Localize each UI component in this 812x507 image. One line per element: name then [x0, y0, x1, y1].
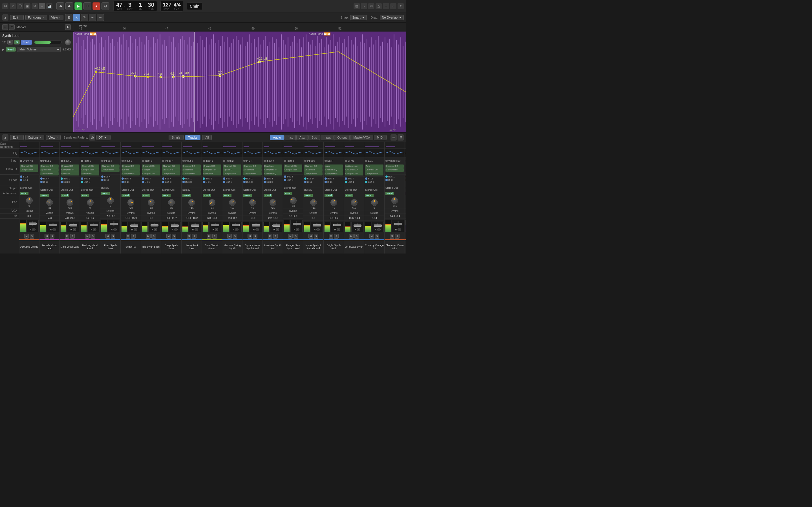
- audio-fx-row[interactable]: Channel EQCompressor: [283, 164, 303, 175]
- fader-track[interactable]: R I: [108, 220, 120, 232]
- automation-row[interactable]: Read: [385, 191, 405, 196]
- audio-fx-row[interactable]: Channel EQSpreadCompressor: [121, 164, 141, 177]
- window-icon[interactable]: ▣: [24, 3, 31, 9]
- eq-row[interactable]: [121, 149, 141, 158]
- automation-parameter-select[interactable]: Main: Volume: [17, 47, 61, 52]
- mute-button[interactable]: M: [227, 234, 232, 238]
- audio-fx-row[interactable]: Channel EQCompressor: [19, 164, 39, 175]
- sends-row[interactable]: Bus 4B 11: [100, 175, 120, 186]
- automation-row[interactable]: Read: [121, 193, 141, 198]
- settings-icon[interactable]: ⚙: [32, 3, 38, 9]
- forward-button[interactable]: ⏭: [65, 2, 73, 10]
- sends-power-icon[interactable]: ⏻: [89, 134, 95, 140]
- eq-row[interactable]: [385, 149, 405, 158]
- snap-select[interactable]: Smart ▼: [350, 15, 366, 20]
- pan-knob[interactable]: [107, 197, 114, 204]
- mute-button[interactable]: M: [329, 234, 333, 238]
- eq-row[interactable]: [80, 149, 100, 158]
- search-icon[interactable]: ○: [390, 3, 396, 9]
- input-section-btn[interactable]: Input: [320, 135, 334, 140]
- sends-row[interactable]: B 11B 11: [19, 175, 39, 186]
- eq-row[interactable]: [263, 149, 283, 158]
- mute-button[interactable]: M: [65, 234, 69, 238]
- solo-button[interactable]: S: [151, 234, 156, 238]
- eq-row[interactable]: [344, 149, 364, 158]
- solo-button[interactable]: S: [354, 234, 359, 238]
- sends-row[interactable]: Bus 9B 11: [303, 177, 323, 188]
- record-button[interactable]: ●: [93, 2, 100, 10]
- audio-fx-row[interactable]: AmpChannel EQCompressor: [324, 164, 344, 177]
- audio-fx-row[interactable]: AmpChannel EQCompressor: [364, 164, 384, 177]
- solo-button[interactable]: S: [395, 234, 400, 238]
- ri-button[interactable]: I: [316, 228, 320, 231]
- eq-row[interactable]: [222, 149, 242, 158]
- eq-row[interactable]: [405, 149, 406, 158]
- audio-fx-row[interactable]: Channel EQEnsembleCompressor: [182, 164, 202, 177]
- solo-button[interactable]: S: [131, 234, 136, 238]
- automation-row[interactable]: Read: [40, 193, 59, 198]
- track-mode-button[interactable]: Track: [21, 40, 32, 45]
- solo-button[interactable]: S: [30, 234, 34, 238]
- ri-button[interactable]: I: [93, 228, 96, 231]
- master-vca-section-btn[interactable]: Master/VCA: [350, 135, 373, 140]
- mixer-up-icon[interactable]: ▲: [2, 134, 8, 140]
- mute-button[interactable]: M: [248, 234, 252, 238]
- audio-fx-row[interactable]: Channel EQEnsembleCompressor: [243, 164, 262, 177]
- info-icon[interactable]: ⓘ: [17, 3, 23, 9]
- list-view-icon[interactable]: ☰: [391, 134, 397, 140]
- automation-row[interactable]: Read: [324, 193, 344, 198]
- marker-info-button[interactable]: ▶: [65, 24, 71, 30]
- tune-icon[interactable]: ♪: [361, 3, 367, 9]
- automation-row[interactable]: Read: [202, 193, 222, 198]
- mute-button[interactable]: M: [166, 234, 171, 238]
- expand-icon[interactable]: ▶: [2, 48, 4, 51]
- mute-button[interactable]: M: [268, 234, 272, 238]
- mute-button[interactable]: M: [390, 234, 394, 238]
- automation-row[interactable]: Read: [222, 193, 242, 198]
- automation-row[interactable]: Read: [161, 193, 181, 198]
- ri-button[interactable]: I: [154, 228, 157, 231]
- mute-button[interactable]: M: [126, 234, 130, 238]
- grid-tool[interactable]: ⊞: [65, 14, 72, 21]
- mixer-edit-menu[interactable]: Edit ▼: [10, 135, 24, 140]
- pan-knob[interactable]: [249, 199, 256, 206]
- ri-button[interactable]: I: [377, 228, 380, 231]
- ri-button[interactable]: I: [276, 228, 279, 231]
- volume-knob[interactable]: [65, 40, 71, 45]
- help-icon[interactable]: ?: [10, 3, 16, 9]
- midi-section-btn[interactable]: MIDI: [374, 135, 387, 140]
- pan-knob[interactable]: [46, 199, 53, 206]
- audio-fx-row[interactable]: Channel EQSpace DCompressor: [222, 164, 242, 177]
- fader-track[interactable]: R I: [27, 220, 39, 232]
- mute-button[interactable]: M: [146, 234, 151, 238]
- eq-row[interactable]: [40, 149, 59, 158]
- solo-button[interactable]: S: [273, 234, 278, 238]
- sends-row[interactable]: Bus 8Bus 8: [263, 177, 283, 188]
- cpu-icon[interactable]: ▤: [354, 3, 360, 9]
- sends-row[interactable]: Bus 4B 11: [40, 177, 59, 188]
- cycle-button[interactable]: ⊙: [101, 2, 109, 10]
- sends-off-select[interactable]: Off ▼: [96, 135, 110, 140]
- mute-button[interactable]: M: [187, 234, 191, 238]
- sends-row[interactable]: Bus 4B 11: [324, 177, 344, 188]
- pan-knob[interactable]: [310, 199, 317, 206]
- solo-button[interactable]: S: [334, 234, 339, 238]
- solo-button[interactable]: S: [172, 234, 176, 238]
- fader-track[interactable]: R I: [189, 222, 201, 232]
- audio-fx-row[interactable]: Channel EQEnsembleCompressor: [303, 164, 323, 177]
- solo-button[interactable]: S: [14, 40, 20, 45]
- automation-row[interactable]: Read: [141, 193, 161, 198]
- grid-view-icon[interactable]: ⊞: [398, 134, 404, 140]
- fader-track[interactable]: R I: [128, 222, 140, 232]
- ri-button[interactable]: I: [113, 228, 117, 231]
- automation-tool[interactable]: ∿: [97, 14, 104, 21]
- automation-row[interactable]: Read: [405, 191, 406, 196]
- ri-button[interactable]: I: [52, 228, 56, 231]
- automation-row[interactable]: Read: [364, 193, 384, 198]
- automation-row[interactable]: Read: [19, 191, 39, 196]
- inst-section-btn[interactable]: Inst: [285, 135, 296, 140]
- mute-button[interactable]: M: [7, 40, 13, 45]
- audio-fx-row[interactable]: Channel EQCompressorEnsemble: [80, 164, 100, 177]
- solo-button[interactable]: S: [91, 234, 95, 238]
- pan-knob[interactable]: [371, 199, 378, 206]
